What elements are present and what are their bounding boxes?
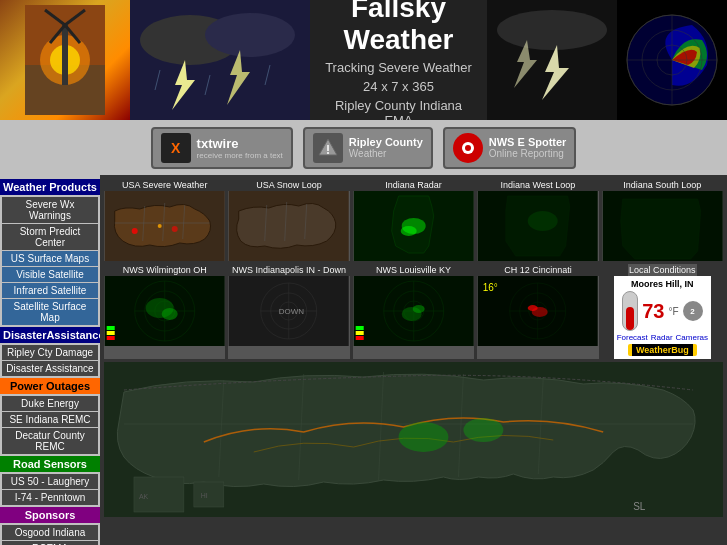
road-sensors-header: Road Sensors <box>0 456 100 472</box>
map-title-indiana: Indiana Radar <box>353 179 474 191</box>
nws-label: NWS E Spotter Online Reporting <box>489 136 567 159</box>
bottom-usa-map[interactable]: AK HI SL <box>104 362 723 517</box>
sidebar-item-se-remc[interactable]: SE Indiana REMC <box>2 412 98 427</box>
wb-temperature: 73 <box>642 300 664 323</box>
map-image-indiana <box>353 191 474 261</box>
sidebar-item-rcema[interactable]: RCEMA <box>2 541 98 545</box>
sidebar-item-osgood[interactable]: Osgood Indiana <box>2 525 98 540</box>
sidebar-item-severe-warnings[interactable]: Severe Wx Warnings <box>2 197 98 223</box>
map-indianapolis[interactable]: NWS Indianapolis IN - Down DOWN <box>228 264 349 359</box>
map-wilmington[interactable]: NWS Wilmington OH <box>104 264 225 359</box>
nws-icon <box>453 133 483 163</box>
map-indiana-radar[interactable]: Indiana Radar <box>353 179 474 261</box>
sidebar-item-us-surface[interactable]: US Surface Maps <box>2 251 98 266</box>
map-title-indiana-south: Indiana South Loop <box>602 179 723 191</box>
weatherbug-widget: Moores Hill, IN 73 °F 2 Forecast Radar C… <box>614 276 711 359</box>
wb-unit: °F <box>668 306 678 317</box>
sidebar-item-disaster-assist[interactable]: Disaster Assistance <box>2 361 98 376</box>
main-content: Weather Products Severe Wx Warnings Stor… <box>0 175 727 545</box>
map-indiana-south[interactable]: Indiana South Loop <box>602 179 723 261</box>
svg-text:HI: HI <box>201 492 208 499</box>
map-indiana-west[interactable]: Indiana West Loop <box>477 179 598 261</box>
wb-condition-icon: 2 <box>683 301 703 321</box>
map-title-wilmington: NWS Wilmington OH <box>104 264 225 276</box>
map-title-ch12: CH 12 Cincinnati <box>477 264 598 276</box>
map-local-conditions[interactable]: Local Conditions Moores Hill, IN 73 °F 2… <box>602 264 723 359</box>
svg-point-40 <box>158 224 162 228</box>
map-image-indiana-west <box>477 191 598 261</box>
svg-point-41 <box>172 226 178 232</box>
txtwire-button[interactable]: X txtwire receive more from a text <box>151 127 293 169</box>
svg-text:AK: AK <box>139 493 149 500</box>
sponsors-header: Sponsors <box>0 507 100 523</box>
sidebar-item-ripley-damage[interactable]: Ripley Cty Damage <box>2 345 98 360</box>
sidebar-item-us50[interactable]: US 50 - Laughery <box>2 474 98 489</box>
power-outages-header: Power Outages <box>0 378 100 394</box>
disaster-header: DisasterAssistance <box>0 327 100 343</box>
svg-rect-101 <box>194 482 224 507</box>
sidebar-item-infrared-sat[interactable]: Infrared Satellite <box>2 283 98 298</box>
header-lightning-image <box>130 0 310 120</box>
svg-point-59 <box>162 308 178 320</box>
map-ch12-cincinnati[interactable]: CH 12 Cincinnati 16° <box>477 264 598 359</box>
wb-location: Moores Hill, IN <box>631 279 694 289</box>
svg-text:SL: SL <box>633 501 646 512</box>
map-title-indiana-west: Indiana West Loop <box>477 179 598 191</box>
svg-rect-79 <box>356 331 364 335</box>
sidebar-item-i74[interactable]: I-74 - Penntown <box>2 490 98 505</box>
wb-temp-row: 73 °F 2 <box>622 291 702 331</box>
map-image-indianapolis: DOWN <box>228 276 349 346</box>
map-usa-severe[interactable]: USA Severe Weather <box>104 179 225 261</box>
ripley-label: Ripley County Weather <box>349 136 423 159</box>
wb-cameras-link[interactable]: Cameras <box>676 333 708 342</box>
partner-bar: X txtwire receive more from a text Riple… <box>0 120 727 175</box>
sidebar-item-duke[interactable]: Duke Energy <box>2 396 98 411</box>
svg-rect-61 <box>107 331 115 335</box>
map-image-indiana-south <box>602 191 723 261</box>
sidebar-item-visible-sat[interactable]: Visible Satellite <box>2 267 98 282</box>
svg-rect-78 <box>356 326 364 330</box>
svg-point-50 <box>528 211 558 231</box>
svg-point-97 <box>399 422 449 452</box>
svg-point-18 <box>497 10 607 50</box>
sidebar-item-storm-predict[interactable]: Storm Predict Center <box>2 224 98 250</box>
map-image-usa-severe <box>104 191 225 261</box>
svg-text:DOWN: DOWN <box>279 307 305 316</box>
sidebar-item-sat-surface[interactable]: Satellite Surface Map <box>2 299 98 325</box>
map-usa-snow[interactable]: USA Snow Loop <box>228 179 349 261</box>
ripley-icon <box>313 133 343 163</box>
nws-spotter-button[interactable]: NWS E Spotter Online Reporting <box>443 127 577 169</box>
svg-text:16°: 16° <box>483 282 498 293</box>
map-image-ch12: 16° <box>477 276 598 346</box>
header-left-image <box>0 0 130 120</box>
header-title-block: Fallsky Weather Tracking Severe Weather … <box>310 0 487 120</box>
txtwire-icon: X <box>161 133 191 163</box>
map-row-1: USA Severe Weather <box>104 179 723 261</box>
wb-brand-logo: WeatherBug <box>628 344 697 356</box>
sidebar-item-decatur-remc[interactable]: Decatur County REMC <box>2 428 98 454</box>
svg-point-39 <box>132 228 138 234</box>
map-title-usa-severe: USA Severe Weather <box>104 179 225 191</box>
map-image-louisville <box>353 276 474 346</box>
content-area: USA Severe Weather <box>100 175 727 545</box>
wb-therm-fill <box>626 307 634 330</box>
header: Fallsky Weather Tracking Severe Weather … <box>0 0 727 120</box>
map-louisville[interactable]: NWS Louisville KY <box>353 264 474 359</box>
header-right-lightning <box>487 0 617 120</box>
site-title: Fallsky Weather <box>320 0 477 56</box>
wb-radar-link[interactable]: Radar <box>651 333 673 342</box>
svg-rect-4 <box>62 25 68 85</box>
svg-point-48 <box>401 226 417 236</box>
map-title-louisville: NWS Louisville KY <box>353 264 474 276</box>
map-image-wilmington <box>104 276 225 346</box>
local-conditions-title: Local Conditions <box>628 264 697 276</box>
sidebar: Weather Products Severe Wx Warnings Stor… <box>0 175 100 545</box>
ripley-county-button[interactable]: Ripley County Weather <box>303 127 433 169</box>
map-image-usa-snow <box>228 191 349 261</box>
svg-point-30 <box>327 152 329 154</box>
wb-forecast-link[interactable]: Forecast <box>617 333 648 342</box>
wb-links: Forecast Radar Cameras <box>617 333 708 342</box>
svg-rect-80 <box>356 336 364 340</box>
txtwire-label: txtwire receive more from a text <box>197 136 283 160</box>
wb-thermometer <box>622 291 638 331</box>
